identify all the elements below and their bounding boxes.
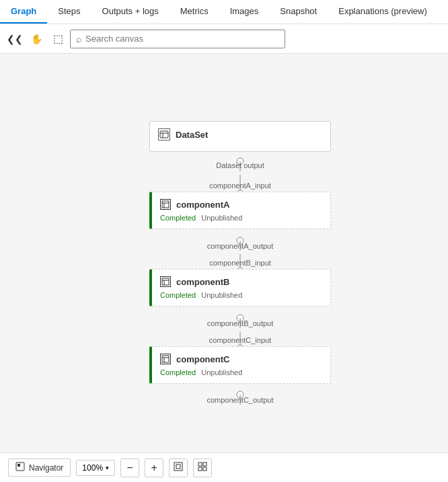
component-a-node[interactable]: componentA Completed Unpublished: [149, 192, 331, 229]
component-b-badge-completed: Completed: [160, 291, 196, 299]
tab-images[interactable]: Images: [219, 0, 270, 24]
zoom-in-icon: +: [151, 462, 157, 474]
component-b-title: componentB: [176, 277, 229, 287]
svg-point-18: [237, 391, 244, 398]
svg-text:componentA_input: componentA_input: [209, 182, 271, 190]
fit-to-screen-button[interactable]: [169, 458, 188, 477]
chevron-down-icon: ▾: [106, 465, 109, 471]
navigator-icon: [15, 462, 25, 473]
canvas-inner: Dataset output componentA_input componen…: [0, 54, 448, 452]
svg-rect-27: [162, 278, 169, 285]
dataset-title: DataSet: [176, 130, 208, 140]
svg-point-12: [237, 315, 244, 321]
component-a-badge-unpublished: Unpublished: [201, 214, 242, 222]
zoom-control[interactable]: 100% ▾: [76, 460, 115, 476]
tab-steps[interactable]: Steps: [47, 0, 91, 24]
svg-rect-36: [176, 465, 180, 469]
svg-point-6: [237, 237, 244, 244]
svg-text:Dataset output: Dataset output: [216, 161, 264, 169]
expand-icon: ❮❮: [7, 34, 23, 44]
component-c-badge-unpublished: Unpublished: [201, 368, 242, 376]
pointer-icon: ⬚: [53, 32, 63, 45]
component-b-badge-unpublished: Unpublished: [201, 291, 242, 299]
app-container: Graph Steps Outputs + logs Metrics Image…: [0, 0, 448, 482]
component-b-icon: [160, 276, 171, 287]
component-a-badge-completed: Completed: [160, 214, 196, 222]
component-a-title: componentA: [176, 200, 229, 210]
svg-text:componentC_input: componentC_input: [209, 336, 271, 344]
fit-screen-icon: [174, 462, 183, 473]
search-icon: ⌕: [76, 34, 81, 44]
svg-rect-39: [198, 467, 202, 471]
tab-metrics[interactable]: Metrics: [170, 0, 219, 24]
expand-button[interactable]: ❮❮: [5, 30, 24, 48]
svg-text:componentC_output: componentC_output: [207, 396, 273, 404]
hand-icon: ✋: [31, 34, 42, 44]
dataset-node[interactable]: DataSet: [149, 121, 331, 152]
zoom-in-button[interactable]: +: [145, 458, 163, 477]
svg-rect-30: [162, 356, 169, 362]
grid-icon: [198, 462, 207, 473]
tab-snapshot[interactable]: Snapshot: [269, 0, 328, 24]
component-c-badge-completed: Completed: [160, 368, 196, 376]
bottom-bar: Navigator 100% ▾ − +: [0, 452, 448, 482]
zoom-out-icon: −: [126, 462, 133, 474]
tab-outputs-logs[interactable]: Outputs + logs: [91, 0, 170, 24]
svg-text:componentA_output: componentA_output: [207, 242, 273, 250]
canvas: Dataset output componentA_input componen…: [0, 54, 448, 452]
svg-text:componentB_output: componentB_output: [207, 319, 273, 327]
toolbar: ❮❮ ✋ ⬚ ⌕: [0, 24, 448, 54]
svg-rect-38: [203, 463, 207, 466]
top-tabs: Graph Steps Outputs + logs Metrics Image…: [0, 0, 448, 24]
component-c-node[interactable]: componentC Completed Unpublished: [149, 346, 331, 384]
pointer-tool-button[interactable]: ⬚: [48, 30, 67, 48]
dataset-icon: [158, 128, 170, 140]
component-a-icon: [160, 199, 171, 210]
grid-view-button[interactable]: [193, 458, 212, 477]
search-input[interactable]: [85, 34, 279, 44]
connections-svg: Dataset output componentA_input componen…: [0, 54, 448, 452]
navigator-label: Navigator: [29, 463, 63, 473]
search-box[interactable]: ⌕: [70, 30, 285, 48]
svg-rect-34: [17, 464, 20, 467]
hand-tool-button[interactable]: ✋: [27, 30, 46, 48]
svg-rect-35: [174, 463, 182, 471]
component-c-title: componentC: [176, 354, 229, 364]
svg-rect-40: [203, 467, 207, 471]
tab-graph[interactable]: Graph: [0, 0, 47, 24]
component-b-node[interactable]: componentB Completed Unpublished: [149, 269, 331, 307]
tab-explanations[interactable]: Explanations (preview): [328, 0, 438, 24]
component-c-icon: [160, 354, 171, 364]
zoom-level: 100%: [82, 463, 103, 473]
svg-rect-24: [162, 201, 169, 208]
svg-rect-37: [198, 463, 202, 466]
navigator-button[interactable]: Navigator: [8, 458, 71, 477]
svg-text:componentB_input: componentB_input: [209, 259, 271, 267]
svg-rect-21: [160, 131, 168, 138]
zoom-out-button[interactable]: −: [120, 458, 139, 477]
svg-point-0: [237, 158, 244, 165]
